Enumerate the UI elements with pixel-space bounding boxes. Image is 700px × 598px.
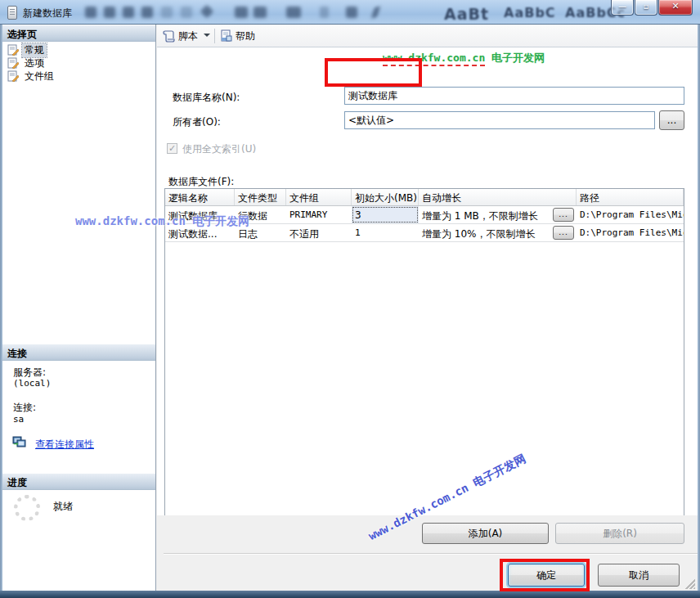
server-value: (local) [13,378,51,389]
delete-button[interactable]: 删除(R) [555,523,684,544]
progress-spinner-icon [14,495,40,521]
main-panel: 脚本 帮助 数据库名称(N): 所有者(O): ... ✓ [157,25,698,591]
ghost-icon [161,7,173,18]
cell-autogrowth[interactable]: 增量为 1 MB，不限制增长... [419,206,577,223]
cell-logical-name[interactable]: 测试数据... [165,224,235,241]
general-page-form: 数据库名称(N): 所有者(O): ... ✓ 使用全文索引(U) 数据库文件(… [157,47,698,515]
new-database-dialog: AaBt AaBbC AaBbCc 新建数据库 — ▫ ✕ 选择页 常规 选项 … [0,0,700,598]
red-highlight-database-name [325,58,422,87]
cell-path[interactable]: D:\Program Files\Micr [577,206,684,223]
help-button-label: 帮助 [236,29,255,43]
cell-file-type[interactable]: 行数据 [235,206,286,223]
help-icon [220,29,232,43]
column-header-logical-name[interactable]: 逻辑名称 [165,189,235,205]
cell-initial-size[interactable]: 1 [352,224,419,241]
help-button[interactable]: 帮助 [218,28,258,44]
ghost-icon [85,7,96,18]
sidebar-item-general[interactable]: 常规 [7,43,47,56]
database-files-grid: 逻辑名称 文件类型 文件组 初始大小(MB) 自动增长 路径 测试数据库 行数据… [164,188,684,538]
ghost-icon [254,7,267,18]
connection-value: sa [13,414,24,425]
sidebar-item-label: 常规 [22,43,47,57]
dialog-footer: 添加(A) 删除(R) 确定 取消 [157,515,698,591]
progress-header: 进度 [2,474,155,490]
ghost-icon [200,5,214,19]
add-button[interactable]: 添加(A) [422,523,549,544]
cell-initial-size-focused[interactable]: 3 [352,206,419,223]
maximize-button[interactable]: ▫ [635,0,657,16]
database-name-input[interactable] [344,87,684,105]
connection-properties-icon [12,436,27,449]
select-page-header: 选择页 [2,25,155,42]
sidebar-item-options[interactable]: 选项 [7,56,47,70]
connection-label: 连接: [13,401,36,415]
ghost-icon [346,7,357,18]
connection-header: 连接 [2,344,155,361]
window-title: 新建数据库 [23,7,72,20]
close-button[interactable]: ✕ [658,0,693,16]
script-button-label: 脚本 [178,29,198,43]
autogrowth-browse-button[interactable]: ... [553,208,574,222]
grid-header-row: 逻辑名称 文件类型 文件组 初始大小(MB) 自动增长 路径 [165,189,684,206]
ghost-icon [235,7,248,18]
cell-filegroup[interactable]: 不适用 [286,224,352,241]
database-files-label: 数据库文件(F): [168,175,234,189]
cell-autogrowth[interactable]: 增量为 10%，不限制增长... [419,224,577,241]
sidebar-item-label: 文件组 [22,70,56,83]
script-dropdown-arrow[interactable] [204,34,210,40]
red-highlight-ok-button [500,559,590,591]
owner-input[interactable] [344,111,655,129]
cell-file-type[interactable]: 日志 [235,224,286,241]
column-header-filegroup[interactable]: 文件组 [286,189,352,205]
column-header-path[interactable]: 路径 [577,189,684,205]
dialog-toolbar: 脚本 帮助 [157,25,698,47]
ghost-icon [371,7,381,18]
grid-row-data-file[interactable]: 测试数据库 行数据 PRIMARY 3 增量为 1 MB，不限制增长... D:… [165,206,684,224]
sidebar: 选择页 常规 选项 文件组 连接 服务器: (local) 连接: sa 查看连… [2,25,156,591]
database-name-label: 数据库名称(N): [173,91,240,105]
ghost-icon [286,7,301,18]
title-bar[interactable]: AaBt AaBbC AaBbCc 新建数据库 — ▫ ✕ [0,0,700,25]
sidebar-item-label: 选项 [22,56,47,70]
fulltext-index-label: 使用全文索引(U) [182,142,256,156]
ghost-icon [320,7,329,18]
ghost-icon [123,7,134,18]
view-connection-properties-link[interactable]: 查看连接属性 [35,438,94,452]
window-frame-bottom [0,591,700,598]
owner-label: 所有者(O): [173,115,221,129]
page-icon [7,44,19,56]
column-header-autogrowth[interactable]: 自动增长 [419,189,577,205]
cancel-button[interactable]: 取消 [598,564,680,587]
grid-row-log-file[interactable]: 测试数据... 日志 不适用 1 增量为 10%，不限制增长... D:\Pro… [165,224,684,242]
sidebar-item-filegroups[interactable]: 文件组 [7,70,56,83]
footer-separator [164,553,698,555]
autogrowth-text: 增量为 10%，不限制增长 [422,228,536,240]
column-header-initial-size[interactable]: 初始大小(MB) [352,189,419,205]
window-icon [7,6,17,20]
resize-grip[interactable] [685,579,695,589]
fulltext-index-checkbox[interactable]: ✓ [167,143,177,154]
cell-logical-name[interactable]: 测试数据库 [165,206,235,223]
cell-path[interactable]: D:\Program Files\Micr [577,224,684,241]
autogrowth-browse-button[interactable]: ... [553,226,574,240]
cell-filegroup[interactable]: PRIMARY [286,206,352,223]
autogrowth-text: 增量为 1 MB，不限制增长 [422,210,538,222]
background-ghost-text: AaBt [444,5,489,23]
owner-browse-button[interactable]: ... [659,110,684,130]
ghost-icon [181,7,192,18]
background-ghost-text: AaBbC [504,5,556,20]
ghost-icon [104,7,115,18]
minimize-button[interactable]: — [611,0,634,16]
script-button[interactable]: 脚本 [159,28,200,44]
progress-status: 就绪 [53,500,73,514]
script-scroll-icon [162,29,175,43]
ghost-icon [141,7,153,18]
page-icon [7,57,19,69]
toolbar-separator [214,29,215,43]
column-header-file-type[interactable]: 文件类型 [235,189,286,205]
page-icon [7,70,19,82]
